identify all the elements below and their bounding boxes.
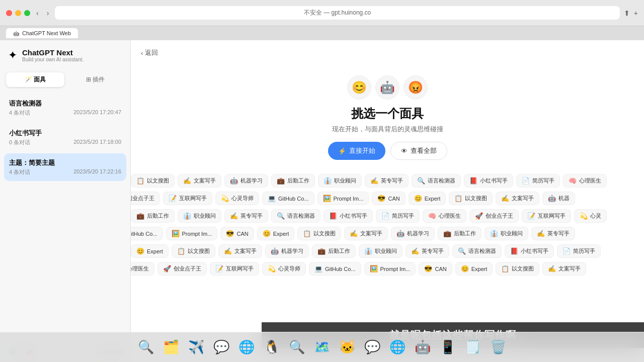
mask-item-row4-5[interactable]: ✍️文案写手: [344, 227, 388, 240]
mask-item-row1-8[interactable]: 📄简历写手: [516, 174, 560, 188]
dock-icon-qq[interactable]: 🐧: [261, 336, 283, 358]
mask-item-row2-2[interactable]: 💫心灵导师: [215, 192, 259, 205]
mask-item-row5-3[interactable]: 🤖机器学习: [265, 244, 309, 258]
mask-item-row2-3[interactable]: 💻GitHub Co...: [262, 192, 314, 205]
start-label: 直接开始: [349, 146, 375, 155]
mask-item-row5-0[interactable]: 😊Expert: [131, 244, 169, 258]
mask-emoji: ✍️: [230, 212, 238, 220]
mask-emoji: 💼: [136, 212, 144, 220]
mask-item-row2-0[interactable]: 🚀创业点子王: [131, 192, 160, 205]
mask-item-row1-4[interactable]: 👔职业顾问: [318, 174, 362, 188]
dock-icon-wechat2[interactable]: 💬: [361, 336, 383, 358]
mask-item-row6-1[interactable]: 🚀创业点子王: [157, 262, 207, 276]
chat-item-2[interactable]: 小红书写手 0 条对话 2023/5/20 17:18:00: [4, 124, 126, 151]
mask-item-row3-3[interactable]: 🔍语言检测器: [271, 209, 320, 223]
dock-icon-phone[interactable]: 📱: [437, 336, 459, 358]
dock-icon-spotlight[interactable]: 🔍: [286, 336, 308, 358]
mask-item-row6-5[interactable]: 🖼️Prompt Im...: [364, 262, 416, 276]
mask-item-row3-9[interactable]: 💫心灵: [574, 209, 607, 223]
dock-icon-launchpad[interactable]: 🗂️: [160, 336, 182, 358]
mask-item-row2-7[interactable]: 📋以文搜图: [449, 192, 493, 205]
tab-masks[interactable]: 🪄 面具: [6, 72, 64, 87]
dock-icon-finder[interactable]: 🔍: [135, 336, 157, 358]
mask-item-row1-7[interactable]: 📕小红书写手: [464, 174, 513, 188]
mask-item-row1-6[interactable]: 🔍语言检测器: [412, 174, 461, 188]
mask-item-row2-4[interactable]: 🖼️Prompt Im...: [317, 192, 369, 205]
mask-item-row6-3[interactable]: 💫心灵导师: [262, 262, 306, 276]
mask-label: 职业顾问: [194, 212, 216, 220]
new-tab-icon[interactable]: +: [634, 9, 638, 17]
minimize-button[interactable]: [15, 10, 21, 16]
mask-item-row5-5[interactable]: 👔职业顾问: [359, 244, 403, 258]
mask-item-row5-2[interactable]: ✍️文案写手: [218, 244, 262, 258]
mask-item-row2-6[interactable]: 😊Expert: [409, 192, 446, 205]
mask-item-row4-8[interactable]: 👔职业顾问: [485, 227, 528, 240]
dock-icon-trash[interactable]: 🗑️: [487, 336, 509, 358]
mask-row-3: 💼后勤工作👔职业顾问✍️英专写手🔍语言检测器📕小红书写手📄简历写手🧠心理医生🚀创…: [131, 207, 644, 225]
dock-icon-maps[interactable]: 🗺️: [311, 336, 333, 358]
mask-item-row3-2[interactable]: ✍️英专写手: [224, 209, 268, 223]
mask-item-row3-4[interactable]: 📕小红书写手: [324, 209, 373, 223]
mask-item-row4-4[interactable]: 📋以文搜图: [297, 227, 341, 240]
mask-item-row6-4[interactable]: 💻GitHub Co...: [309, 262, 361, 276]
back-button[interactable]: ‹ 返回: [141, 48, 158, 57]
mask-item-row1-1[interactable]: ✍️文案写手: [178, 174, 221, 188]
mask-item-row5-4[interactable]: 💼后勤工作: [312, 244, 356, 258]
mask-item-row2-8[interactable]: ✍️文案写手: [496, 192, 539, 205]
mask-item-row4-7[interactable]: 💼后勤工作: [438, 227, 481, 240]
chat-item-3[interactable]: 主题：简要主题 4 条对话 2023/5/20 17:22:16: [4, 153, 126, 181]
back-nav-button[interactable]: ‹: [34, 8, 41, 18]
mask-item-row5-1[interactable]: 📋以文搜图: [172, 244, 215, 258]
mask-item-row2-5[interactable]: 😎CAN: [372, 192, 405, 205]
mask-item-row1-5[interactable]: ✍️英专写手: [365, 174, 409, 188]
mask-item-row4-6[interactable]: 🤖机器学习: [391, 227, 435, 240]
dock-icon-chrome[interactable]: 🌐: [386, 336, 409, 358]
mask-row-1: 📋以文搜图✍️文案写手🤖机器学习💼后勤工作👔职业顾问✍️英专写手🔍语言检测器📕小…: [131, 172, 644, 190]
mask-item-row4-9[interactable]: ✍️英专写手: [531, 227, 575, 240]
dock-icon-notes[interactable]: 🗒️: [462, 336, 484, 358]
mask-item-row2-1[interactable]: 📝互联网写手: [163, 192, 212, 205]
dock-icon-safari[interactable]: 🌐: [235, 336, 258, 358]
maximize-button[interactable]: [24, 10, 30, 16]
mask-item-row1-3[interactable]: 💼后勤工作: [271, 174, 315, 188]
active-tab[interactable]: 🤖 ChatGPT Next Web: [6, 28, 78, 38]
dock-icon-telegram[interactable]: ✈️: [185, 336, 207, 358]
mask-item-row3-6[interactable]: 🧠心理医生: [423, 209, 466, 223]
mask-item-row4-3[interactable]: 😊Expert: [257, 227, 295, 240]
dock-icon-chatgpt[interactable]: 🤖: [412, 336, 434, 358]
dock-icon-github[interactable]: 🐱: [336, 336, 358, 358]
share-icon[interactable]: ⬆: [624, 9, 630, 17]
tab-plugins[interactable]: ⊞ 插件: [66, 72, 125, 87]
mask-label: 心灵导师: [278, 265, 300, 273]
address-bar[interactable]: 不安全 — gpt.huinong.co: [55, 6, 619, 20]
mask-item-row3-7[interactable]: 🚀创业点子王: [469, 209, 519, 223]
mask-item-row3-8[interactable]: 📝互联网写手: [522, 209, 571, 223]
close-button[interactable]: [6, 10, 12, 16]
chat-item-1[interactable]: 语言检测器 4 条对话 2023/5/20 17:20:47: [4, 94, 126, 122]
mask-item-row4-2[interactable]: 😎CAN: [220, 227, 254, 240]
mask-item-row6-0[interactable]: 🧠心理医生: [131, 262, 154, 276]
mask-item-row5-8[interactable]: 📕小红书写手: [505, 244, 554, 258]
mask-item-row3-5[interactable]: 📄简历写手: [376, 209, 420, 223]
dock-icon-wechat[interactable]: 💬: [210, 336, 232, 358]
mask-item-row5-6[interactable]: ✍️英专写手: [406, 244, 449, 258]
mask-item-row6-7[interactable]: 😊Expert: [455, 262, 493, 276]
mask-item-row1-0[interactable]: 📋以文搜图: [131, 174, 175, 188]
start-button[interactable]: ⚡ 直接开始: [328, 142, 385, 160]
mask-item-row6-2[interactable]: 📝互联网写手: [210, 262, 259, 276]
mask-item-row3-0[interactable]: 💼后勤工作: [131, 209, 175, 223]
mask-item-row6-9[interactable]: ✍️文案写手: [542, 262, 586, 276]
mask-item-row3-1[interactable]: 👔职业顾问: [178, 209, 221, 223]
mask-item-row4-0[interactable]: 💻GitHub Co...: [131, 227, 163, 240]
mask-item-row2-9[interactable]: 🤖机器: [542, 192, 575, 205]
mask-item-row4-1[interactable]: 🖼️Prompt Im...: [166, 227, 218, 240]
mask-item-row5-9[interactable]: 📄简历写手: [557, 244, 601, 258]
forward-nav-button[interactable]: ›: [45, 8, 51, 18]
mask-item-row1-9[interactable]: 🧠心理医生: [563, 174, 607, 188]
mask-item-row6-6[interactable]: 😎CAN: [419, 262, 452, 276]
mask-item-row6-8[interactable]: 📋以文搜图: [496, 262, 539, 276]
mask-item-row5-7[interactable]: 🔍语言检测器: [452, 244, 502, 258]
app-body: ✦ ChatGPT Next Build your own AI assista…: [0, 40, 644, 362]
mask-item-row1-2[interactable]: 🤖机器学习: [224, 174, 268, 188]
view-all-button[interactable]: 👁 查看全部: [390, 142, 447, 160]
